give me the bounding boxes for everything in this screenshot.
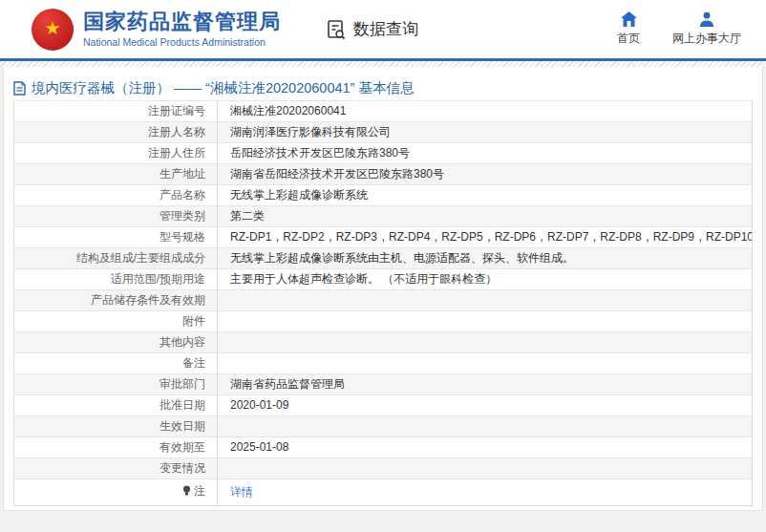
user-icon [699, 11, 714, 31]
data-query-section[interactable]: 数据查询 [325, 18, 418, 41]
table-row: 注册人住所 岳阳经济技术开发区巴陵东路380号 [14, 143, 753, 164]
row-label-cell: 变更情况 [14, 458, 218, 479]
nav-item-home[interactable]: 首页 [617, 11, 640, 47]
row-label: 生效日期 [160, 419, 205, 433]
table-row: 批准日期 2020-01-09 [14, 395, 753, 416]
table-row: 产品名称 无线掌上彩超成像诊断系统 [14, 185, 753, 206]
row-label-cell: 管理类别 [14, 206, 218, 227]
row-label: 审批部门 [160, 377, 205, 391]
row-label: 适用范围/预期用途 [111, 272, 205, 286]
table-row: 管理类别 第二类 [14, 206, 753, 227]
table-row: 有效期至 2025-01-08 [14, 437, 753, 458]
page-icon [13, 81, 32, 96]
table-row: 生效日期 [14, 416, 753, 437]
row-label: 结构及组成/主要组成成分 [76, 251, 205, 265]
table-row: 型号规格 RZ-DP1，RZ-DP2，RZ-DP3，RZ-DP4，RZ-DP5，… [14, 227, 753, 248]
top-nav: 首页 网上办事大厅 [617, 11, 741, 47]
row-value [218, 416, 753, 437]
row-label: 产品名称 [160, 188, 205, 202]
row-label-cell: 生产地址 [14, 164, 218, 185]
row-value: RZ-DP1，RZ-DP2，RZ-DP3，RZ-DP4，RZ-DP5，RZ-DP… [218, 227, 753, 248]
table-row: 适用范围/预期用途 主要用于人体超声检查诊断。 （不适用于眼科检查） [14, 269, 753, 290]
row-label: 注册证编号 [148, 104, 205, 117]
row-value [218, 311, 753, 332]
org-name-block: 国家药品监督管理局 National Medical Products Admi… [83, 11, 281, 48]
nav-item-service-hall[interactable]: 网上办事大厅 [672, 11, 741, 47]
star-icon: ★ [44, 19, 60, 37]
row-label-cell: 适用范围/预期用途 [14, 269, 218, 290]
row-value [218, 332, 753, 353]
row-label: 变更情况 [160, 461, 205, 475]
nav-home-label: 首页 [617, 31, 640, 47]
row-label-cell: 注 [14, 479, 218, 506]
row-value: 无线掌上彩超成像诊断系统由主机、电源适配器、探头、软件组成。 [218, 248, 753, 269]
row-label-cell: 生效日期 [14, 416, 218, 437]
row-value: 第二类 [218, 206, 753, 227]
row-label-cell: 注册证编号 [14, 101, 218, 122]
row-label: 型号规格 [160, 230, 205, 244]
row-label: 批准日期 [160, 398, 205, 412]
table-row: 变更情况 [14, 458, 753, 479]
table-row: 生产地址 湖南省岳阳经济技术开发区巴陵东路380号 [14, 164, 753, 185]
row-label-cell: 有效期至 [14, 437, 218, 458]
org-name-en: National Medical Products Administration [83, 36, 281, 48]
data-query-label: 数据查询 [353, 18, 418, 40]
table-row: 注册人名称 湖南润泽医疗影像科技有限公司 [14, 122, 753, 143]
page-title-row: 境内医疗器械（注册） —— “湘械注准20202060041” 基本信息 [13, 75, 753, 100]
row-label: 有效期至 [160, 440, 205, 454]
row-label-cell: 注册人名称 [14, 122, 218, 143]
row-value [218, 458, 753, 479]
row-label: 备注 [182, 356, 205, 370]
row-value [218, 290, 753, 311]
row-label-cell: 型号规格 [14, 227, 218, 248]
row-label: 管理类别 [160, 209, 205, 223]
top-header: ★ 国家药品监督管理局 National Medical Products Ad… [0, 0, 766, 58]
row-value: 无线掌上彩超成像诊断系统 [218, 185, 753, 206]
registration-info-table: 注册证编号 湘械注准20202060041 注册人名称 湖南润泽医疗影像科技有限… [13, 100, 753, 506]
row-label-cell: 产品储存条件及有效期 [14, 290, 218, 311]
row-value: 湖南省药品监督管理局 [218, 374, 753, 395]
nmpa-logo[interactable]: ★ 国家药品监督管理局 National Medical Products Ad… [32, 9, 281, 51]
row-value: 湘械注准20202060041 [218, 101, 753, 122]
row-label-cell: 附件 [14, 311, 218, 332]
table-row: 备注 [14, 353, 753, 374]
nav-service-hall-label: 网上办事大厅 [672, 31, 741, 47]
page-title: 境内医疗器械（注册） —— “湘械注准20202060041” 基本信息 [32, 79, 414, 97]
row-label-cell: 其他内容 [14, 332, 218, 353]
table-row: 注 详情 [14, 479, 753, 506]
row-value: 2025-01-08 [218, 437, 753, 458]
row-label: 产品储存条件及有效期 [91, 293, 205, 307]
detail-link[interactable]: 详情 [218, 479, 753, 506]
content-card: 境内医疗器械（注册） —— “湘械注准20202060041” 基本信息 注册证… [3, 67, 763, 511]
table-row: 产品储存条件及有效期 [14, 290, 753, 311]
table-row: 其他内容 [14, 332, 753, 353]
row-label-cell: 审批部门 [14, 374, 218, 395]
row-value: 湖南省岳阳经济技术开发区巴陵东路380号 [218, 164, 753, 185]
row-label: 附件 [182, 314, 205, 328]
row-label: 生产地址 [160, 167, 205, 181]
table-row: 注册证编号 湘械注准20202060041 [14, 101, 753, 122]
table-row: 结构及组成/主要组成成分 无线掌上彩超成像诊断系统由主机、电源适配器、探头、软件… [14, 248, 753, 269]
home-icon [621, 11, 637, 31]
row-value [218, 353, 753, 374]
row-label-cell: 注册人住所 [14, 143, 218, 164]
row-label: 注册人名称 [148, 125, 205, 138]
row-value: 岳阳经济技术开发区巴陵东路380号 [218, 143, 753, 164]
row-value: 2020-01-09 [218, 395, 753, 416]
national-emblem-icon: ★ [32, 9, 74, 51]
row-value: 湖南润泽医疗影像科技有限公司 [218, 122, 753, 143]
org-name-cn: 国家药品监督管理局 [83, 11, 281, 33]
row-label-cell: 备注 [14, 353, 218, 374]
row-value: 主要用于人体超声检查诊断。 （不适用于眼科检查） [218, 269, 753, 290]
doc-search-icon [325, 18, 348, 41]
row-label: 其他内容 [160, 335, 205, 349]
row-label: 注册人住所 [148, 146, 205, 160]
row-label-cell: 结构及组成/主要组成成分 [14, 248, 218, 269]
row-label: 注 [194, 484, 205, 498]
table-row: 审批部门 湖南省药品监督管理局 [14, 374, 753, 395]
row-label-cell: 批准日期 [14, 395, 218, 416]
row-label-cell: 产品名称 [14, 185, 218, 206]
table-row: 附件 [14, 311, 753, 332]
note-icon [182, 485, 191, 500]
info-table-body: 注册证编号 湘械注准20202060041 注册人名称 湖南润泽医疗影像科技有限… [14, 101, 753, 506]
